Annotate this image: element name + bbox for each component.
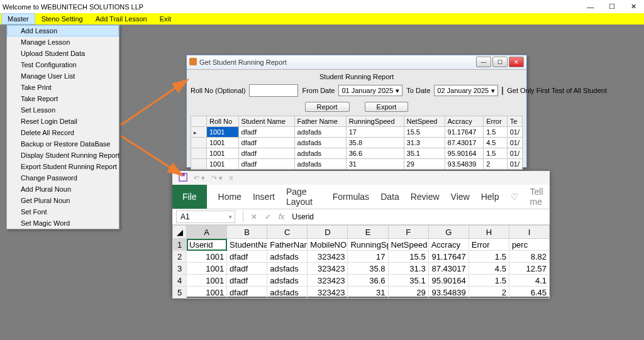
tab-help[interactable]: Help [481,192,499,202]
svg-rect-1 [181,173,185,176]
ditem-add-plural-noun[interactable]: Add Plural Noun [7,184,119,195]
excel-ribbon: File Home Insert Page Layout Formulas Da… [172,185,550,209]
col-te[interactable]: Te [507,116,522,127]
report-window: Get Student Running Report — ☐ ✕ Student… [186,55,527,168]
firsttest-checkbox[interactable] [502,87,503,95]
ditem-set-magic-word[interactable]: Set Magic Word [7,217,119,229]
window-minimize[interactable]: — [580,0,601,13]
window-close[interactable]: ✕ [623,0,644,13]
excel-window: ↶ ▾ ↷ ▾ ≡ File Home Insert Page Layout F… [172,171,550,297]
grid-row[interactable]: 1001dfadfadsfads312993.54839201/ [191,159,523,170]
firsttest-label: Get Only First Test of All Student [507,87,607,94]
tell-me[interactable]: Tell me [530,187,550,207]
excel-row[interactable]: 41001dfadfadsfads32342336.635.195.901641… [173,275,550,287]
ditem-upload-student-data[interactable]: Upload Student Data [7,48,119,59]
report-minimize[interactable]: — [476,57,491,67]
col-netspeed[interactable]: NetSpeed [404,116,445,127]
tab-insert[interactable]: Insert [253,192,275,202]
excel-row[interactable]: 21001dfadfadsfads3234231715.591.176471.5… [173,251,550,263]
tab-file[interactable]: File [172,185,207,209]
todate-label: To Date [406,87,430,94]
colhdr-d[interactable]: D [308,226,348,239]
report-window-title: Get Student Running Report [199,58,287,66]
qat-customize-icon[interactable]: ≡ [229,174,233,182]
excel-row[interactable]: 1 UseridStudentNaFatherNamMobileNORunnin… [173,239,550,251]
tab-data[interactable]: Data [380,192,399,202]
col-accracy[interactable]: Accracy [445,116,484,127]
excel-row[interactable]: 51001dfadfadsfads323423312993.5483926.45 [173,287,550,299]
grid-row[interactable]: 1001dfadfadsfads1715.591.176471.501/ [191,127,523,138]
colhdr-c[interactable]: C [267,226,308,239]
formula-bar[interactable] [288,211,550,222]
menu-master[interactable]: Master [1,13,35,25]
ditem-reset-login-detail[interactable]: Reset Login Detail [7,116,119,127]
cancel-icon[interactable]: ✕ [247,212,261,221]
report-titlebar[interactable]: Get Student Running Report — ☐ ✕ [187,55,526,70]
ditem-test-configuration[interactable]: Test Configuration [7,59,119,70]
ditem-take-print[interactable]: Take Print [7,82,119,93]
rollno-input[interactable] [249,84,298,97]
menu-steno-setting[interactable]: Steno Setting [35,13,89,25]
excel-grid[interactable]: ◢ A B C D E F G H I 1 UseridStudentNaFat… [172,225,550,299]
report-maximize[interactable]: ☐ [492,57,508,67]
tab-view[interactable]: View [451,192,470,202]
ditem-get-plural-noun[interactable]: Get Plural Noun [7,195,119,206]
excel-row[interactable]: 31001dfadfadsfads32342335.831.387.430174… [173,263,550,275]
window-title: Welcome to WEBUNITECH SOLUTIONS LLP [3,3,143,11]
chevron-down-icon: ▾ [491,87,495,95]
fx-icon[interactable]: fx [275,212,288,221]
report-grid[interactable]: Roll No Student Name Father Name Running… [191,116,523,170]
ditem-backup-restore[interactable]: Backup or Restore DataBase [7,138,119,150]
menu-add-trail-lesson[interactable]: Add Trail Lesson [89,13,153,25]
ditem-change-password[interactable]: Change Password [7,172,119,184]
ditem-take-report[interactable]: Take Report [7,93,119,104]
enter-icon[interactable]: ✓ [261,212,275,221]
export-button[interactable]: Export [365,102,409,112]
report-close[interactable]: ✕ [509,57,524,67]
colhdr-i[interactable]: I [509,226,549,239]
tab-home[interactable]: Home [218,192,242,202]
fromdate-picker[interactable]: 01 January 2025▾ [338,85,402,96]
name-box[interactable]: A1 [176,211,235,223]
app-icon [189,58,197,65]
undo-icon[interactable]: ↶ ▾ [194,174,205,182]
quick-access-toolbar: ↶ ▾ ↷ ▾ ≡ [172,171,550,185]
grid-row[interactable]: 1001dfadfadsfads36.635.195.901641.501/ [191,148,523,159]
report-button[interactable]: Report [305,102,350,112]
colhdr-a[interactable]: A [187,226,227,239]
ditem-set-font[interactable]: Set Font [7,206,119,217]
colhdr-b[interactable]: B [227,226,267,239]
ditem-add-lesson[interactable]: Add Lesson [7,25,119,36]
tab-formulas[interactable]: Formulas [333,192,369,202]
rollno-label: Roll No (Optional) [191,87,245,94]
ditem-manage-user-list[interactable]: Manage User List [7,70,119,82]
ditem-delete-all-record[interactable]: Delete All Record [7,127,119,138]
ditem-display-running-report[interactable]: Display Student Running Report [7,150,119,161]
menu-exit[interactable]: Exit [153,13,177,25]
colhdr-e[interactable]: E [348,226,388,239]
svg-line-3 [121,136,182,175]
save-icon[interactable] [179,173,187,183]
ditem-manage-lesson[interactable]: Manage Lesson [7,36,119,48]
window-maximize[interactable]: ☐ [601,0,623,13]
chevron-down-icon: ▾ [396,87,399,95]
grid-row[interactable]: 1001dfadfadsfads35.831.387.430174.501/ [191,138,523,148]
formula-bar-row: A1 ✕ ✓ fx [172,209,550,225]
colhdr-g[interactable]: G [428,226,469,239]
col-error[interactable]: Error [484,116,508,127]
col-fathername[interactable]: Father Name [294,116,346,127]
tab-page-layout[interactable]: Page Layout [286,187,321,207]
colhdr-f[interactable]: F [388,226,428,239]
colhdr-h[interactable]: H [469,226,509,239]
tab-review[interactable]: Review [411,192,440,202]
ditem-set-lesson[interactable]: Set Lesson [7,104,119,116]
col-runningspeed[interactable]: RunningSpeed [346,116,404,127]
col-rollno[interactable]: Roll No [207,116,239,127]
col-studentname[interactable]: Student Name [238,116,294,127]
svg-line-2 [121,80,187,125]
lightbulb-icon: ♡ [511,192,519,202]
ditem-export-running-report[interactable]: Export Student Running Report [7,161,119,172]
todate-picker[interactable]: 02 January 2025▾ [434,85,498,96]
select-all-corner[interactable]: ◢ [173,226,187,239]
redo-icon[interactable]: ↷ ▾ [211,174,223,182]
